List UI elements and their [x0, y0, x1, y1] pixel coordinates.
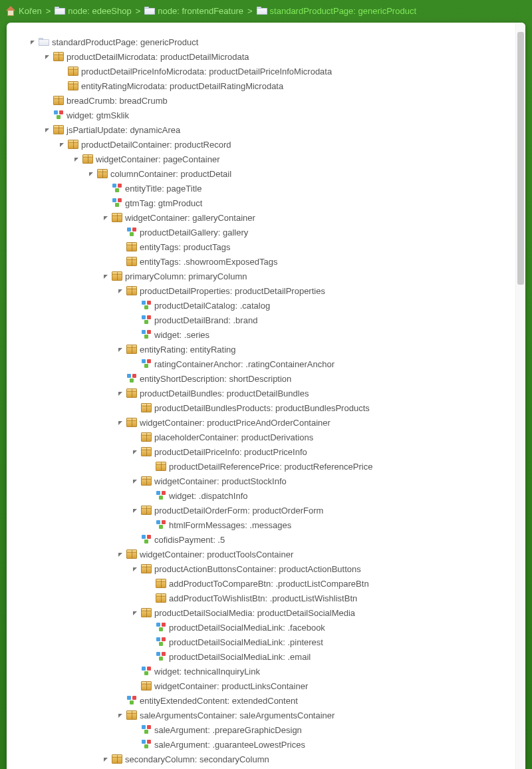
tree-row[interactable]: widgetContainer: productStockInfo	[9, 474, 513, 488]
collapse-icon[interactable]	[101, 272, 109, 280]
widget-icon	[156, 520, 166, 530]
tree-row[interactable]: widgetContainer: galleryContainer	[9, 210, 513, 225]
collapse-icon[interactable]	[43, 53, 51, 61]
tree-row[interactable]: entityTags: productTags	[9, 239, 513, 254]
tree-row[interactable]: productDetailOrderForm: productOrderForm	[9, 503, 513, 518]
tree-node-label: cofidisPayment: .5	[154, 535, 225, 545]
tree-row[interactable]: productDetailGallery: gallery	[9, 225, 513, 239]
collapse-icon[interactable]	[57, 140, 65, 148]
tree-row[interactable]: cofidisPayment: .5	[9, 532, 513, 547]
breadcrumb-separator: >	[136, 6, 141, 16]
breadcrumb-separator: >	[247, 6, 253, 16]
tree-row[interactable]: ratingContainerAnchor: .ratingContainerA…	[9, 357, 513, 371]
package-icon	[126, 285, 137, 296]
tree-row[interactable]: productDetailReferencePrice: productRefe…	[9, 459, 513, 474]
package-icon	[126, 344, 137, 355]
tree-row[interactable]: gtmTag: gtmProduct	[9, 196, 513, 210]
tree-row[interactable]: productDetailContainer: productRecord	[9, 137, 513, 152]
tree-row[interactable]: productActionButtonsContainer: productAc…	[9, 561, 513, 576]
tree-row[interactable]: addProductToWishlistBtn: .productListWis…	[9, 591, 513, 605]
tree-row[interactable]: jsPartialUpdate: dynamicArea	[9, 122, 513, 137]
tree-row[interactable]: entityRatingMicrodata: productDetailRati…	[9, 78, 513, 93]
tree-node-label: secondaryColumn: secondaryColumn	[125, 754, 269, 764]
tree-row[interactable]: entityExtendedContent: extendedContent	[9, 693, 513, 708]
scrollbar-thumb[interactable]	[517, 32, 524, 285]
tree-row[interactable]: productDetailSocialMediaLink: .pinterest	[9, 635, 513, 649]
breadcrumb-label: Kořen	[19, 6, 42, 16]
tree-row[interactable]: widget: gtmSklik	[9, 108, 513, 122]
collapse-icon[interactable]	[28, 38, 36, 46]
widget-icon	[141, 300, 152, 311]
tree-row[interactable]: productDetailMicrodata: productDetailMic…	[9, 49, 513, 64]
tree-row[interactable]: widget: technicalInquiryLink	[9, 664, 513, 679]
collapse-icon[interactable]	[116, 287, 124, 295]
tree-row[interactable]: htmlFormMessages: .messages	[9, 518, 513, 532]
widget-icon	[53, 110, 64, 120]
tree-row[interactable]: productDetailProperties: productDetailPr…	[9, 283, 513, 298]
tree-row[interactable]: widgetContainer: productPriceAndOrderCon…	[9, 415, 513, 430]
collapse-icon[interactable]	[116, 711, 124, 719]
tree-row[interactable]: productDetailBundlesProducts: productBun…	[9, 400, 513, 415]
tree-row[interactable]: productDetailBundles: productDetailBundl…	[9, 386, 513, 400]
tree-row[interactable]: productDetailSocialMediaLink: .facebook	[9, 620, 513, 635]
collapse-icon[interactable]	[86, 170, 94, 178]
collapse-icon[interactable]	[116, 550, 124, 558]
collapse-icon[interactable]	[130, 565, 138, 573]
collapse-icon[interactable]	[72, 155, 80, 163]
breadcrumb-item[interactable]: standardProductPage: genericProduct	[257, 6, 416, 16]
tree-node-label: productDetailCatalog: .catalog	[154, 301, 270, 311]
tree-node-label: ratingContainerAnchor: .ratingContainerA…	[154, 359, 334, 369]
tree-row[interactable]: saleArgument: .guaranteeLowestPrices	[9, 737, 513, 752]
tree-row[interactable]: columnContainer: productDetail	[9, 166, 513, 181]
collapse-icon[interactable]	[116, 418, 124, 426]
tree-row[interactable]: widgetContainer: pageContainer	[9, 152, 513, 166]
tree-node-label: jsPartialUpdate: dynamicArea	[66, 125, 180, 135]
tree-row[interactable]: productDetailSocialMedia: productDetailS…	[9, 605, 513, 620]
widget-icon	[156, 651, 166, 662]
tree-row[interactable]: productDetailPriceInfoMicrodata: product…	[9, 64, 513, 78]
tree-row[interactable]: entityTags: .showroomExposedTags	[9, 254, 513, 269]
tree-row[interactable]: widgetContainer: productToolsContainer	[9, 547, 513, 561]
collapse-icon[interactable]	[43, 126, 51, 134]
collapse-icon[interactable]	[101, 214, 109, 222]
vertical-scrollbar[interactable]	[515, 23, 525, 769]
breadcrumb-item[interactable]: node: frontendFeature	[144, 6, 243, 16]
package-icon	[141, 681, 152, 691]
tree-row[interactable]: breadCrumb: breadCrumb	[9, 93, 513, 108]
tree-row[interactable]: addProductToCompareBtn: .productListComp…	[9, 576, 513, 591]
collapse-icon[interactable]	[116, 345, 124, 353]
collapse-icon[interactable]	[130, 609, 138, 617]
tree-row[interactable]: placeholderContainer: productDerivations	[9, 430, 513, 444]
package-icon	[126, 710, 137, 720]
collapse-icon[interactable]	[116, 389, 124, 397]
tree-row[interactable]: widget: .series	[9, 327, 513, 342]
breadcrumb-item[interactable]: node: edeeShop	[55, 6, 131, 16]
tree-row[interactable]: productDetailPriceInfo: productPriceInfo	[9, 444, 513, 459]
package-icon	[141, 607, 152, 618]
tree-row[interactable]: widgetContainer: productLinksContainer	[9, 679, 513, 693]
tree-row[interactable]: saleArgumentsContainer: saleArgumentsCon…	[9, 708, 513, 722]
collapse-icon[interactable]	[101, 755, 109, 763]
tree-row[interactable]: productDetailSocialMediaLink: .email	[9, 649, 513, 664]
tree-row[interactable]: productDetailCatalog: .catalog	[9, 298, 513, 313]
widget-icon	[126, 227, 137, 237]
tree-row[interactable]: productDetailBrand: .brand	[9, 313, 513, 327]
collapse-icon[interactable]	[130, 506, 138, 514]
tree-row[interactable]: saleArgument: .prepareGraphicDesign	[9, 722, 513, 737]
tree-row[interactable]: secondaryColumn: secondaryColumn	[9, 752, 513, 766]
tree-row[interactable]: entityRating: entityRating	[9, 342, 513, 357]
tree-node-label: productDetailBrand: .brand	[154, 315, 257, 325]
tree-row[interactable]: standardProductPage: genericProduct	[9, 35, 513, 49]
tree-node-label: widget: gtmSklik	[66, 110, 129, 120]
tree-row[interactable]: primaryColumn: primaryColumn	[9, 269, 513, 283]
collapse-icon[interactable]	[130, 448, 138, 456]
tree-node-label: productDetailMicrodata: productDetailMic…	[66, 52, 249, 62]
package-icon	[53, 124, 64, 135]
tree-row[interactable]: entityTitle: pageTitle	[9, 181, 513, 196]
collapse-icon[interactable]	[130, 477, 138, 485]
tree-row[interactable]: entityShortDescription: shortDescription	[9, 371, 513, 386]
breadcrumb-item[interactable]: Kořen	[5, 6, 42, 16]
widget-icon	[141, 534, 152, 545]
tree-row[interactable]: widget: .dispatchInfo	[9, 488, 513, 503]
tree-node-label: productDetailPriceInfo: productPriceInfo	[154, 447, 307, 457]
